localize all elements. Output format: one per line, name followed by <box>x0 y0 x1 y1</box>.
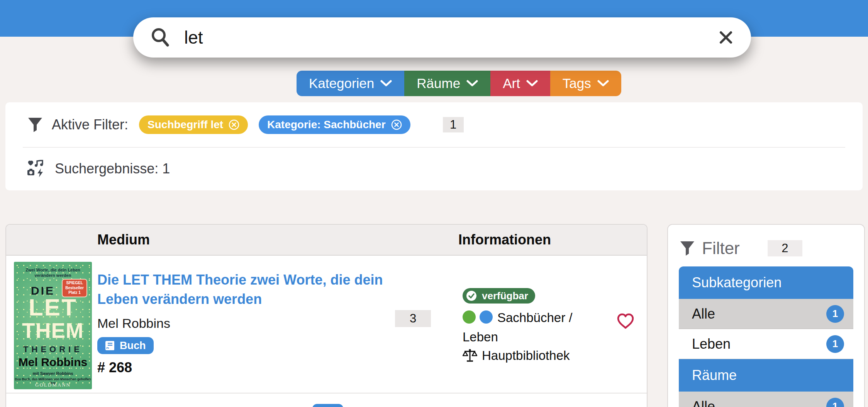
heart-icon <box>616 313 635 330</box>
sidebar-filter-list: Subkategorien Alle 1 Leben 1 Räume Alle … <box>679 266 853 407</box>
media-type-badge: Buch <box>97 337 154 354</box>
item-count-badge: 1 <box>826 305 844 323</box>
search-bar <box>133 17 751 58</box>
item-count-badge: 1 <box>826 335 844 353</box>
sidebar-item-subkategorien-alle[interactable]: Alle 1 <box>679 299 853 329</box>
search-results-row: Suchergebnisse: 1 <box>5 148 863 190</box>
chevron-down-icon <box>597 80 609 87</box>
active-filters-row: Aktive Filter: Suchbegriff let Kategorie… <box>5 102 863 147</box>
book-icon <box>105 340 115 351</box>
kategorien-dropdown-button[interactable]: Kategorien <box>297 71 404 96</box>
category-color-dot-green <box>463 310 476 324</box>
item-title-link[interactable]: Die LET THEM Theorie zwei Worte, die dei… <box>97 270 406 309</box>
sidebar-item-label: Alle <box>692 399 715 407</box>
raeume-label: Räume <box>417 76 460 91</box>
badge-line: SPIEGEL <box>65 281 84 286</box>
search-icon <box>149 26 172 49</box>
cover-with-line: mit Sawyer Robbins <box>14 371 92 376</box>
active-filter-count: 1 <box>443 117 464 132</box>
remove-filter-icon[interactable] <box>229 119 239 130</box>
media-symbols-icon <box>26 160 45 178</box>
search-clear-button[interactable] <box>717 29 735 46</box>
remove-filter-icon[interactable] <box>391 119 402 130</box>
sidebar-filter-panel: Filter 2 Subkategorien Alle 1 Leben 1 Rä… <box>667 224 865 407</box>
tags-label: Tags <box>563 76 591 91</box>
art-dropdown-button[interactable]: Art <box>490 71 550 96</box>
chevron-down-icon <box>466 80 478 87</box>
search-results-label: Suchergebnisse: 1 <box>55 161 170 177</box>
sidebar-item-subkategorien-leben[interactable]: Leben 1 <box>679 329 853 359</box>
book-cover-thumbnail[interactable]: Zwei Worte, die dein Leben verändern wer… <box>14 262 92 389</box>
filter-funnel-icon <box>680 241 695 256</box>
table-header-row: Medium Informationen <box>6 225 647 256</box>
availability-label: verfügbar <box>482 290 528 302</box>
sidebar-title: Filter <box>702 239 740 258</box>
category-color-dot-blue <box>480 310 493 324</box>
sidebar-item-label: Leben <box>692 336 731 352</box>
close-icon <box>717 29 735 46</box>
chevron-down-icon <box>380 80 392 87</box>
item-count-badge: 1 <box>826 398 844 407</box>
search-input[interactable] <box>183 27 717 48</box>
cover-word-let: LET <box>14 293 92 321</box>
scales-icon <box>463 349 477 363</box>
column-header-informationen: Informationen <box>458 225 551 255</box>
category-label: Sachbücher / Leben <box>463 310 572 344</box>
location-label: Hauptbibliothek <box>482 348 570 363</box>
filter-funnel-icon <box>28 117 42 132</box>
check-circle-icon <box>466 290 477 302</box>
results-table: Medium Informationen Zwei Worte, die dei… <box>5 224 648 407</box>
sidebar-filter-count: 2 <box>768 240 802 256</box>
medium-column: Die LET THEM Theorie zwei Worte, die dei… <box>97 270 406 376</box>
raeume-dropdown-button[interactable]: Räume <box>404 71 490 96</box>
sidebar-item-raeume-alle[interactable]: Alle 1 <box>679 392 853 407</box>
table-row: Zwei Worte, die dein Leben verändern wer… <box>6 256 647 393</box>
pagination-button[interactable] <box>312 404 343 407</box>
active-filters-label: Aktive Filter: <box>52 117 128 133</box>
item-author: Mel Robbins <box>97 316 406 331</box>
badge-line: Bestseller <box>65 286 84 291</box>
cover-author: Mel Robbins <box>14 356 92 369</box>
active-filters-panel: Aktive Filter: Suchbegriff let Kategorie… <box>5 102 863 190</box>
cover-word-theorie: THEORIE <box>14 344 92 354</box>
sidebar-item-label: Alle <box>692 306 715 322</box>
sidebar-header: Filter 2 <box>680 239 853 258</box>
filter-dropdown-bar: Kategorien Räume Art Tags <box>297 71 621 96</box>
copies-count: 3 <box>395 310 431 327</box>
category-line: Sachbücher / Leben <box>463 308 590 347</box>
inventory-number: # 268 <box>97 360 406 376</box>
cover-publisher: GOLDMANN <box>14 382 92 388</box>
media-type-label: Buch <box>120 340 146 352</box>
chevron-down-icon <box>526 80 538 87</box>
chip-text: Suchbegriff let <box>147 119 223 131</box>
column-header-medium: Medium <box>97 225 150 255</box>
filter-chip-kategorie[interactable]: Kategorie: Sachbücher <box>259 115 410 134</box>
informationen-column: verfügbar Sachbücher / Leben Hauptbibl <box>463 288 590 363</box>
filter-chip-suchbegriff[interactable]: Suchbegriff let <box>139 115 248 134</box>
art-label: Art <box>503 76 520 91</box>
tags-dropdown-button[interactable]: Tags <box>550 71 621 96</box>
kategorien-label: Kategorien <box>309 76 374 91</box>
sidebar-section-raeume: Räume <box>679 359 853 392</box>
chip-text: Kategorie: Sachbücher <box>267 119 386 131</box>
availability-badge: verfügbar <box>463 288 535 304</box>
cover-word-them: THEM <box>14 318 92 343</box>
location-line: Hauptbibliothek <box>463 348 590 363</box>
favorite-button[interactable] <box>616 313 635 330</box>
sidebar-section-subkategorien: Subkategorien <box>679 266 853 299</box>
cover-subtitle: Zwei Worte, die dein Leben verändern wer… <box>14 267 92 278</box>
